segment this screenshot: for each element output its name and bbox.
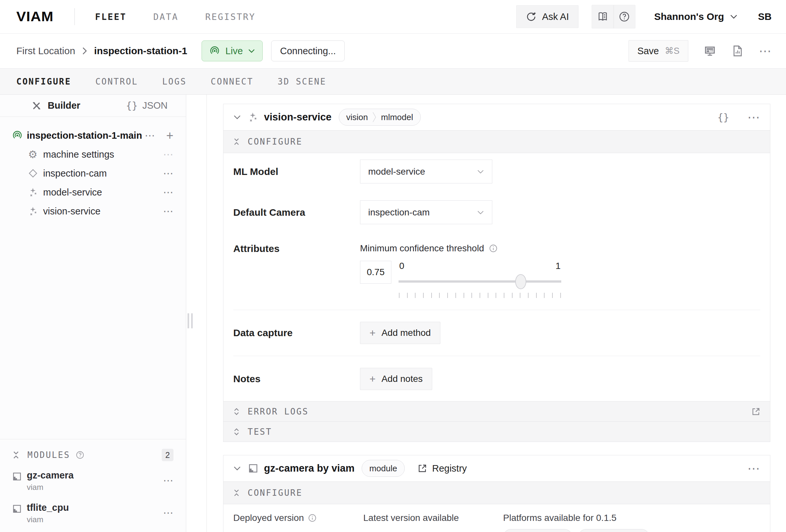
org-switcher[interactable]: Shannon's Org	[654, 11, 738, 22]
add-method-button[interactable]: + Add method	[360, 322, 440, 344]
item-menu-button[interactable]: ⋯	[163, 206, 174, 216]
control-monitor-button[interactable]	[703, 44, 716, 57]
tab-control[interactable]: CONTROL	[95, 77, 138, 87]
tree-item-main-part[interactable]: inspection-station-1-main ⋯ +	[0, 126, 186, 145]
error-logs-strip[interactable]: ERROR LOGS	[224, 401, 770, 421]
ml-model-value: model-service	[368, 166, 425, 177]
open-external-icon[interactable]	[751, 407, 761, 416]
panel-resize-handle[interactable]	[187, 313, 193, 328]
module-row-tflite-cpu[interactable]: tflite_cpu viam ⋯	[0, 497, 186, 529]
builder-json-toggle: Builder {} JSON	[0, 95, 186, 117]
tree-item-vision-service[interactable]: vision-service ⋯	[0, 202, 186, 221]
live-status-dropdown[interactable]: Live	[202, 41, 263, 62]
help-button[interactable]	[614, 5, 635, 28]
module-row-gz-camera[interactable]: gz-camera viam ⋯	[0, 464, 186, 497]
machine-tabbar: CONFIGURE CONTROL LOGS CONNECT 3D SCENE	[0, 69, 786, 95]
raw-json-button[interactable]: {}	[717, 112, 729, 123]
add-notes-button[interactable]: + Add notes	[360, 368, 432, 390]
nav-registry[interactable]: REGISTRY	[205, 12, 255, 22]
module-org: viam	[27, 483, 73, 492]
vision-card-title: vision-service	[264, 111, 331, 123]
vision-config-form: ML Model model-service Default Camera in…	[224, 153, 770, 401]
threshold-input[interactable]	[360, 261, 391, 284]
attributes-label: Attributes	[233, 243, 360, 254]
collapse-vertical-icon	[233, 138, 240, 146]
module-menu-button[interactable]: ⋯	[163, 508, 174, 518]
help-circle-icon	[618, 11, 630, 23]
default-camera-label: Default Camera	[233, 207, 360, 218]
tab-connect[interactable]: CONNECT	[211, 77, 254, 87]
card-menu-button[interactable]: ⋯	[747, 111, 760, 123]
tag-vision: vision	[346, 112, 368, 122]
primary-nav: FLEET DATA REGISTRY	[95, 12, 255, 22]
ask-ai-button[interactable]: Ask AI	[516, 5, 578, 28]
save-button[interactable]: Save ⌘S	[628, 40, 688, 62]
vision-configure-strip[interactable]: CONFIGURE	[224, 130, 770, 153]
part-menu-button[interactable]: ⋯	[145, 130, 155, 141]
user-avatar[interactable]: SB	[758, 11, 771, 22]
breadcrumb-location[interactable]: First Location	[16, 45, 75, 56]
nav-data[interactable]: DATA	[153, 12, 178, 22]
item-menu-button[interactable]: ⋯	[163, 168, 174, 178]
section-divider	[233, 356, 760, 356]
collapse-vertical-icon[interactable]	[12, 451, 20, 459]
nav-fleet[interactable]: FLEET	[95, 12, 126, 22]
item-menu-button[interactable]: ⋯	[163, 149, 174, 160]
item-menu-button[interactable]: ⋯	[163, 187, 174, 197]
tab-logs[interactable]: LOGS	[162, 77, 187, 87]
top-nav: VIAM FLEET DATA REGISTRY Ask AI	[0, 0, 786, 33]
tree-item-label: vision-service	[43, 206, 101, 217]
modules-title: MODULES	[27, 450, 70, 460]
tab-configure[interactable]: CONFIGURE	[16, 77, 71, 87]
slider-max-label: 1	[555, 261, 561, 271]
slider-handle[interactable]	[515, 274, 526, 289]
tree-item-inspection-cam[interactable]: inspection-cam ⋯	[0, 164, 186, 183]
ask-ai-label: Ask AI	[542, 11, 569, 22]
book-icon	[597, 11, 609, 23]
tab-3d-scene[interactable]: 3D SCENE	[278, 77, 326, 87]
attributes-row: Attributes Minimum confidence threshold	[233, 243, 760, 298]
add-component-button[interactable]: +	[166, 129, 174, 142]
ml-model-select[interactable]: model-service	[360, 160, 492, 184]
toolbar-right: Save ⌘S	[628, 40, 771, 62]
tree-item-machine-settings[interactable]: ⚙ machine settings ⋯	[0, 145, 186, 164]
module-configure-strip[interactable]: CONFIGURE	[224, 481, 770, 504]
save-label: Save	[638, 46, 659, 56]
json-label: JSON	[142, 100, 168, 111]
data-capture-row: Data capture + Add method	[233, 322, 760, 344]
panel-gutter	[186, 95, 206, 532]
expand-vertical-icon	[233, 408, 240, 415]
viam-logo[interactable]: VIAM	[16, 9, 53, 24]
config-main-panel: vision-service vision mlmodel {} ⋯	[206, 95, 786, 532]
test-strip[interactable]: TEST	[224, 421, 770, 442]
card-menu-button[interactable]: ⋯	[747, 462, 760, 475]
chevron-down-icon	[730, 14, 738, 19]
registry-link[interactable]: Registry	[417, 463, 467, 474]
vision-card-header: vision-service vision mlmodel {} ⋯	[224, 104, 770, 130]
module-tag: module	[362, 460, 404, 477]
slider-track[interactable]	[398, 280, 561, 283]
docs-button[interactable]	[592, 5, 614, 28]
content-area: Builder {} JSON inspection	[0, 95, 786, 532]
info-icon[interactable]	[489, 244, 498, 253]
toolbar-more-button[interactable]: ⋯	[759, 45, 771, 57]
gear-icon: ⚙	[28, 148, 43, 161]
module-menu-button[interactable]: ⋯	[163, 475, 174, 486]
help-circle-icon[interactable]	[75, 451, 85, 460]
chevron-down-icon	[477, 210, 484, 215]
default-camera-select[interactable]: inspection-cam	[360, 200, 492, 224]
builder-mode-button[interactable]: Builder	[31, 100, 80, 111]
connecting-button[interactable]: Connecting...	[271, 41, 345, 62]
tree-item-model-service[interactable]: model-service ⋯	[0, 183, 186, 202]
info-icon[interactable]	[308, 513, 317, 523]
json-mode-button[interactable]: {} JSON	[126, 100, 168, 111]
notes-row: Notes + Add notes	[233, 368, 760, 390]
plus-icon: +	[369, 328, 376, 338]
collapse-chevron-icon[interactable]	[233, 466, 241, 471]
default-camera-value: inspection-cam	[368, 207, 430, 218]
logs-document-button[interactable]	[732, 44, 744, 57]
tree-item-label: machine settings	[43, 149, 114, 160]
collapse-chevron-icon[interactable]	[233, 115, 241, 120]
module-card-title: gz-camera by viam	[264, 462, 354, 474]
service-sparkle-icon	[248, 112, 259, 123]
